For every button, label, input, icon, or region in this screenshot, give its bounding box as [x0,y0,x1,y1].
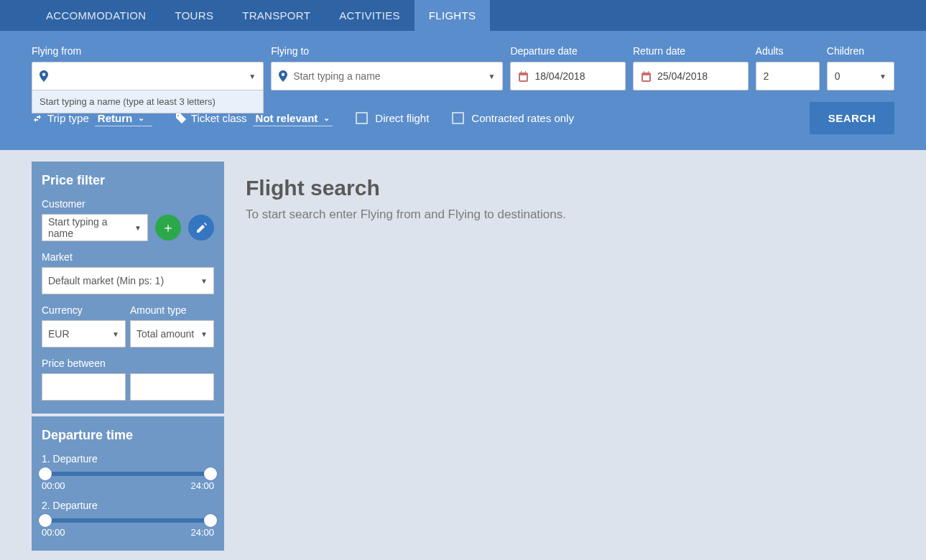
sidebar: Price filter Customer Start typing a nam… [32,162,224,551]
tab-tours[interactable]: TOURS [160,0,228,31]
plus-icon: ＋ [162,219,175,236]
departure1-label: 1. Departure [42,453,214,465]
contracted-rates-checkbox[interactable]: Contracted rates only [452,112,574,124]
departure2-slider[interactable] [42,518,214,523]
currency-select[interactable]: EUR ▼ [42,320,126,347]
chevron-down-icon: ▼ [200,277,208,285]
slider-knob-min[interactable] [39,467,52,480]
children-select[interactable]: 0 ▼ [827,62,894,90]
price-min-input[interactable] [42,373,126,401]
market-select[interactable]: Default market (Min ps: 1) ▼ [42,267,214,294]
amount-type-select[interactable]: Total amount ▼ [130,320,214,347]
tab-accommodation[interactable]: ACCOMMODATION [32,0,160,31]
departure-date-label: Departure date [510,45,626,57]
amount-type-label: Amount type [130,304,214,316]
slider-knob-max[interactable] [204,467,217,480]
page-subtitle: To start search enter Flying from and Fl… [246,207,926,222]
departure-date-input[interactable]: 18/04/2018 [510,62,626,90]
departure-time-panel: Departure time 1. Departure 00:00 24:00 … [32,416,224,551]
checkbox-icon [356,112,368,124]
customer-select[interactable]: Start typing a name ▼ [42,214,148,241]
pin-icon [279,70,287,82]
departure2-max: 24:00 [190,527,214,538]
chevron-down-icon: ▼ [134,224,142,232]
slider-knob-min[interactable] [39,514,52,527]
tab-flights[interactable]: FLIGHTS [415,0,490,31]
chevron-down-icon: ▼ [200,330,208,338]
add-customer-button[interactable]: ＋ [155,215,181,241]
customer-label: Customer [42,198,214,210]
pencil-icon [196,223,207,233]
chevron-down-icon: ▼ [112,330,119,338]
calendar-icon [518,71,529,82]
chevron-down-icon: ⌄ [138,113,144,123]
price-filter-title: Price filter [42,173,214,188]
departure-date-value: 18/04/2018 [534,70,618,82]
direct-flight-checkbox[interactable]: Direct flight [356,112,429,124]
trip-type-label: Trip type [47,112,89,124]
slider-knob-max[interactable] [204,514,217,527]
chevron-down-icon: ▼ [249,73,256,80]
price-max-input[interactable] [130,373,214,401]
shuffle-icon [32,113,43,124]
departure1-max: 24:00 [190,480,214,491]
adults-input[interactable]: 2 [756,62,820,90]
edit-customer-button[interactable] [188,215,214,241]
flying-to-combo[interactable]: Start typing a name ▼ [271,62,503,90]
tab-activities[interactable]: ACTIVITIES [325,0,415,31]
price-between-label: Price between [42,358,214,369]
ticket-class-label: Ticket class [191,112,247,124]
price-filter-panel: Price filter Customer Start typing a nam… [32,162,224,414]
pin-icon [40,70,48,82]
flying-to-placeholder: Start typing a name [293,70,488,82]
page-title: Flight search [246,176,926,200]
currency-label: Currency [42,304,126,316]
search-bar: Flying from ▼ Start typing a name (type … [0,31,926,150]
departure-time-title: Departure time [42,428,214,443]
adults-label: Adults [756,45,820,57]
tab-transport[interactable]: TRANSPORT [228,0,325,31]
calendar-icon [641,71,652,82]
return-date-input[interactable]: 25/04/2018 [633,62,749,90]
flying-from-input[interactable] [54,70,249,82]
checkbox-icon [452,112,464,124]
adults-value: 2 [764,70,812,82]
departure1-slider[interactable] [42,472,214,476]
flying-from-label: Flying from [32,45,264,57]
children-value: 0 [835,70,879,82]
return-date-label: Return date [633,45,749,57]
main-content: Flight search To start search enter Flyi… [246,162,926,551]
departure2-min: 00:00 [42,527,65,538]
market-label: Market [42,251,214,263]
tag-icon [175,113,187,124]
flying-to-label: Flying to [271,45,503,57]
top-nav-tabs: ACCOMMODATION TOURS TRANSPORT ACTIVITIES… [0,0,926,31]
departure2-label: 2. Departure [42,500,214,511]
chevron-down-icon: ▼ [879,73,886,80]
chevron-down-icon: ▼ [488,73,495,80]
flying-from-hint[interactable]: Start typing a name (type at least 3 let… [32,90,264,113]
departure1-min: 00:00 [42,480,65,491]
ticket-class-select[interactable]: Not relevant ⌄ [253,111,333,126]
flying-from-combo[interactable]: ▼ Start typing a name (type at least 3 l… [32,62,264,90]
return-date-value: 25/04/2018 [657,70,741,82]
chevron-down-icon: ⌄ [323,113,330,123]
search-button[interactable]: SEARCH [810,102,894,134]
children-label: Children [827,45,894,57]
